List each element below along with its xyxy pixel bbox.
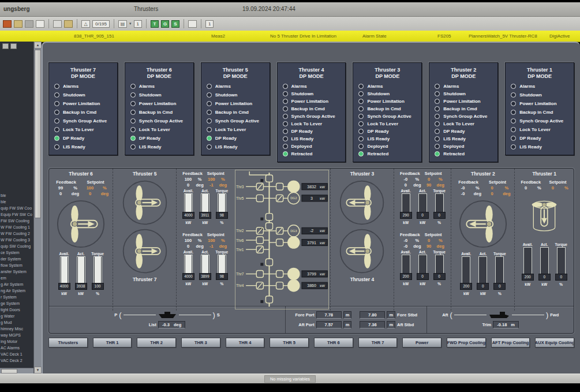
scrollbar-thumb[interactable]	[35, 50, 41, 218]
sidebar-item[interactable]: tight Doors	[0, 307, 33, 313]
sidebar-item[interactable]: VAC Deck 2	[0, 357, 33, 364]
dp-mode-panel[interactable]: Thruster 2DP MODEAlarmsShutdownPower Lim…	[429, 62, 498, 162]
nav-button-thr-2[interactable]: THR 2	[137, 338, 176, 348]
list-value-box: -0.3 deg	[158, 321, 185, 328]
folder-icon[interactable]	[14, 20, 23, 28]
bus-tie-breaker-icon[interactable]	[265, 175, 272, 182]
sidebar-item[interactable]: VAC Deck 1	[0, 351, 33, 357]
sidebar-item[interactable]: W FW Cooling 2	[0, 230, 33, 237]
sidebar-item[interactable]: quip FW SW Coo	[0, 205, 33, 211]
nav-button-thr-3[interactable]: THR 3	[181, 338, 220, 348]
sidebar-item[interactable]: ble	[0, 199, 33, 205]
nav-button-thr-1[interactable]: THR 1	[93, 338, 132, 348]
nav-button-thr-4[interactable]: THR 4	[226, 338, 265, 348]
gauge-value: 4000	[182, 212, 194, 219]
thruster-control-app: ungsberg Thrusters 19.09.2024 20:47:44 △…	[0, 0, 580, 392]
feeder-breaker-icon[interactable]	[256, 195, 263, 201]
feedback-value: -0	[454, 191, 472, 197]
alarm-bell-icon[interactable]: △	[81, 20, 90, 28]
dp-status-label: LIS Ready	[519, 144, 542, 150]
feedback-setpoint-block: FeedbackSetpoint-0%0%0deg90deg	[398, 171, 445, 188]
sidebar-item[interactable]: quip SW Cooling	[0, 243, 33, 249]
dp-mode-panel[interactable]: Thruster 6DP MODEAlarmsShutdownPower Lim…	[125, 62, 194, 155]
dp-mode-panel[interactable]: Thruster 5DP MODEAlarmsShutdownPower Lim…	[201, 62, 270, 155]
sidebar-item[interactable]: himney Misc	[0, 326, 33, 332]
bus-tie-breaker-icon[interactable]	[265, 259, 272, 266]
feedback-value: -0	[398, 177, 413, 182]
chevron-down-icon[interactable]: ▾	[129, 21, 132, 26]
vertical-scrollbar[interactable]: ▲ ▼	[33, 42, 42, 374]
nav-button-thr-5[interactable]: THR 5	[270, 338, 309, 348]
scale-line	[124, 315, 156, 315]
generator-breaker-icon[interactable]	[276, 270, 283, 277]
dp-status-label: Synch Group Active	[291, 113, 335, 120]
sidebar-item[interactable]: ansfer System	[0, 268, 33, 275]
bus-tie-breaker-icon[interactable]	[265, 296, 272, 303]
scroll-up-icon[interactable]: ▲	[34, 42, 42, 48]
sidebar-item[interactable]: der System	[0, 256, 33, 262]
dp-mode-panel[interactable]: Thruster 4DP MODEAlarmsShutdownPower Lim…	[277, 62, 346, 162]
nav-button-fwd-prop-cooling[interactable]: FWD Prop Cooling	[447, 338, 486, 348]
sidebar-item[interactable]: g Mud	[0, 319, 33, 326]
dp-status-label: Synch Group Active	[443, 113, 487, 120]
page-list-icon[interactable]: ▤	[118, 20, 127, 28]
sidebar-item[interactable]: ble	[0, 192, 33, 199]
sidebar-item[interactable]: em	[0, 275, 33, 281]
generator-breaker-icon[interactable]	[276, 239, 283, 246]
generator-breaker-icon[interactable]	[276, 183, 283, 190]
system-button[interactable]: S	[171, 20, 179, 28]
dp-mode-panel[interactable]: Thruster 7DP MODEAlarmsShutdownPower Lim…	[48, 62, 118, 155]
scrollbar-thumb[interactable]	[1, 369, 17, 374]
print-icon[interactable]	[53, 20, 62, 28]
aft-port-value: 7.57	[316, 321, 342, 328]
pct-unit: %	[214, 281, 229, 286]
sidebar-close-button[interactable]	[10, 43, 17, 49]
alarm-line[interactable]: 838_THR_905_151 Meas2 No 5 Thruster Driv…	[0, 31, 580, 42]
group-button[interactable]: G	[161, 20, 169, 28]
horizontal-scrollbar[interactable]	[0, 368, 33, 374]
gauge-bar: 290	[402, 193, 410, 219]
feedback-label: Feedback	[517, 180, 544, 185]
sidebar-pin-button[interactable]	[2, 43, 9, 49]
export-icon[interactable]	[64, 20, 73, 28]
sidebar-item[interactable]: ce System	[0, 249, 33, 256]
sidebar-item[interactable]: AC Alarms	[0, 345, 33, 351]
sidebar-item[interactable]: r System	[0, 294, 33, 300]
sidebar-item[interactable]: way MGPS	[0, 332, 33, 338]
sidebar-item[interactable]: W FW Cooling 3	[0, 237, 33, 243]
bus-tie-breaker-icon[interactable]	[265, 223, 272, 230]
alarm-ack-icon[interactable]	[3, 20, 12, 28]
nav-button-aux-equip-cooling[interactable]: AUX Equip Cooling	[535, 338, 574, 348]
dp-panel-subtitle: DP MODE	[508, 73, 571, 80]
blank-view-button[interactable]	[188, 20, 197, 28]
nav-button-aft-prop-cooling[interactable]: AFT Prop Cooling	[491, 338, 530, 348]
display-icon[interactable]	[36, 20, 44, 28]
archive-icon[interactable]	[25, 20, 33, 28]
sidebar-item[interactable]: ing Motor	[0, 338, 33, 345]
sidebar-item[interactable]: Equip FW SW Co	[0, 211, 33, 218]
nav-button-thr-6[interactable]: THR 6	[314, 338, 353, 348]
feeder-breaker-icon[interactable]	[256, 270, 263, 277]
trend-button[interactable]: T	[151, 20, 159, 28]
sidebar-item[interactable]: g Air System	[0, 281, 33, 288]
torque-label: Torque	[214, 188, 229, 193]
dp-mode-panel[interactable]: Thruster 1DP MODEAlarmsShutdownPower Lim…	[505, 62, 574, 155]
dp-status-label: Alarms	[63, 83, 78, 89]
page-number-box[interactable]: 1	[134, 20, 142, 28]
window-select-box[interactable]: 1	[205, 20, 214, 28]
bus-tie-breaker-icon[interactable]	[265, 214, 272, 221]
sidebar-item[interactable]: flow System	[0, 262, 33, 268]
sidebar-item[interactable]: W FW Cooling 1	[0, 224, 33, 230]
nav-button-power[interactable]: Power	[402, 338, 441, 348]
dp-mode-panel[interactable]: Thruster 3DP MODEAlarmsShutdownPower Lim…	[353, 62, 422, 162]
scroll-down-icon[interactable]: ▼	[34, 367, 42, 374]
nav-button-thr-7[interactable]: THR 7	[358, 338, 398, 348]
nav-button-thrusters[interactable]: Thrusters	[48, 338, 88, 348]
generator-breaker-icon[interactable]	[276, 282, 283, 289]
sidebar-item[interactable]: ng Air System	[0, 288, 33, 294]
gauge-block: Avail.Act.Torque20000kWkW%	[459, 251, 507, 296]
sidebar-item[interactable]: FW SW Cooling	[0, 218, 33, 224]
sidebar-item[interactable]: g Water	[0, 313, 33, 319]
feeder-breaker-icon[interactable]	[256, 237, 263, 244]
sidebar-item[interactable]: ge System	[0, 300, 33, 307]
